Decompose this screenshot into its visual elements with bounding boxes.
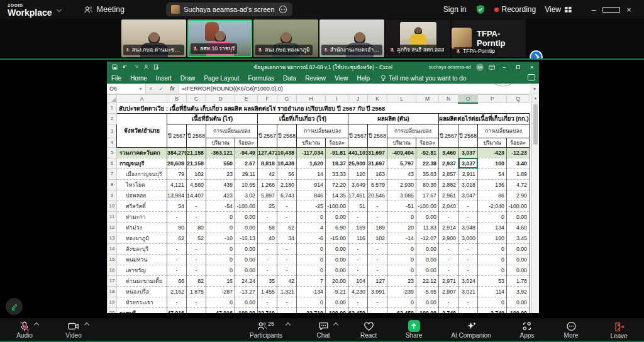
cell-L16[interactable]: 0 (387, 265, 416, 275)
row-header-18[interactable]: 18 (108, 286, 117, 297)
cell-H12[interactable]: 4 (297, 222, 326, 233)
cell-P16[interactable]: 0 (478, 265, 507, 275)
group-header-1[interactable]: เนื้อที่ยืนต้น (ไร่) (167, 113, 258, 124)
more-button[interactable]: More (558, 317, 584, 341)
col-header-M[interactable]: M (416, 95, 439, 103)
cell-B10[interactable]: 54 (167, 201, 187, 211)
cell-B18[interactable]: 2,162 (167, 286, 187, 297)
cell-I19[interactable]: 0.00 (326, 297, 348, 307)
cell-G17[interactable]: 42 (277, 275, 297, 286)
cell-P15[interactable]: 0 (478, 254, 507, 265)
cell-L10[interactable]: -51 (387, 201, 416, 211)
cell-E6[interactable]: 2.67 (235, 158, 258, 168)
header-year-2567[interactable]: ปี 2567 (167, 124, 187, 147)
cell-P18[interactable]: 114 (478, 286, 507, 297)
cell-C14[interactable]: - (187, 243, 206, 254)
row-header-4[interactable]: 4 (108, 138, 117, 147)
row-header-10[interactable]: 10 (108, 201, 117, 211)
cell-P11[interactable]: 0 (478, 211, 507, 222)
cell-C13[interactable]: 52 (187, 233, 206, 243)
cell-D20[interactable]: -47,016 (206, 307, 235, 313)
cell-D13[interactable]: -10 (206, 233, 235, 243)
row-header-20[interactable]: 20 (108, 307, 117, 313)
cell-N10[interactable]: 2,040 (439, 201, 458, 211)
expand-formula-bar-icon[interactable]: ▼ (530, 84, 539, 94)
cell-D9[interactable]: 423 (206, 190, 235, 201)
cell-J14[interactable]: - (348, 243, 368, 254)
header-year-2567[interactable]: ปี 2567 (258, 124, 277, 147)
cell-O13[interactable]: 3,000 (458, 233, 478, 243)
confirm-entry-icon[interactable]: ✓ (159, 86, 164, 92)
col-header-N[interactable]: N (439, 95, 458, 103)
cell-I15[interactable]: 0.00 (326, 254, 348, 265)
excel-account-name[interactable]: suchaya aeamsa-ad (428, 64, 471, 70)
cell-F12[interactable]: 58 (258, 222, 277, 233)
cell-I5[interactable]: -91.81 (326, 147, 348, 158)
cell-I10[interactable]: -100.00 (326, 201, 348, 211)
security-shield-icon[interactable] (475, 4, 486, 14)
cell-D15[interactable]: 0 (206, 254, 235, 265)
cell-Q20[interactable]: -100.00 (507, 307, 530, 313)
cell-L19[interactable]: 0 (387, 297, 416, 307)
print-preview-icon[interactable] (153, 64, 159, 70)
cell-P20[interactable]: -2,749 (478, 307, 507, 313)
cell-J10[interactable]: 51 (348, 201, 368, 211)
cell-L12[interactable]: 20 (387, 222, 416, 233)
cell-H6[interactable]: 1,620 (297, 158, 326, 168)
cell-H7[interactable]: 14 (297, 168, 326, 179)
cell-P19[interactable]: 0 (478, 297, 507, 307)
cell-Q18[interactable]: 3.92 (507, 286, 530, 297)
cell-C15[interactable]: - (187, 254, 206, 265)
excel-close-button[interactable]: × (528, 64, 536, 70)
ribbon-tab-review[interactable]: Review (301, 75, 330, 82)
cell-A7[interactable]: เมืองกาญจนบุรี (117, 168, 167, 179)
cell-I20[interactable]: -100.00 (326, 307, 348, 313)
cell-O6[interactable]: 3,037 (458, 158, 478, 168)
cell-I12[interactable]: 6.90 (326, 222, 348, 233)
cell-B14[interactable]: - (167, 243, 187, 254)
cell-J16[interactable]: - (348, 265, 368, 275)
cell-E14[interactable]: 0.00 (235, 243, 258, 254)
cell-M16[interactable]: 0.00 (416, 265, 439, 275)
cell-A15[interactable]: พนมทวน (117, 254, 167, 265)
cell-Q7[interactable]: 1.89 (507, 168, 530, 179)
account-avatar[interactable]: SA (476, 63, 484, 71)
cell-E17[interactable]: 24.24 (235, 275, 258, 286)
row-header-14[interactable]: 14 (108, 243, 117, 254)
header-percent[interactable]: ร้อยละ (507, 138, 530, 147)
cell-D6[interactable]: 550 (206, 158, 235, 168)
cell-E9[interactable]: 3.02 (235, 190, 258, 201)
ribbon-tab-data[interactable]: Data (279, 75, 301, 82)
cell-N8[interactable]: 2,882 (439, 179, 458, 190)
chat-options-chevron-icon[interactable] (334, 322, 338, 326)
cell-J7[interactable]: 120 (348, 168, 368, 179)
cell-O20[interactable]: - (458, 307, 478, 313)
col-header-G[interactable]: G (277, 95, 297, 103)
undo-icon[interactable] (122, 64, 128, 70)
header-change[interactable]: การเปลี่ยนแปลง (478, 124, 530, 138)
cell-C11[interactable]: - (187, 211, 206, 222)
cell-Q11[interactable]: 0.00 (507, 211, 530, 222)
cell-E12[interactable]: 0.00 (235, 222, 258, 233)
cell-M19[interactable]: 0.00 (416, 297, 439, 307)
row-header-2[interactable]: 2 (108, 113, 117, 124)
cell-G12[interactable]: 62 (277, 222, 297, 233)
react-button[interactable]: React (356, 317, 381, 341)
cell-F13[interactable]: 40 (258, 233, 277, 243)
cell-L18[interactable]: -239 (387, 286, 416, 297)
cell-D11[interactable]: 0 (206, 211, 235, 222)
cell-O16[interactable]: - (458, 265, 478, 275)
cell-H20[interactable]: -22,719 (297, 307, 326, 313)
header-percent[interactable]: ร้อยละ (326, 138, 348, 147)
header-percent[interactable]: ร้อยละ (416, 138, 439, 147)
cell-H18[interactable]: -134 (297, 286, 326, 297)
cell-E19[interactable]: 0.00 (235, 297, 258, 307)
cell-O14[interactable]: - (458, 243, 478, 254)
cell-B5[interactable]: 384,279 (167, 147, 187, 158)
cell-I13[interactable]: -15.00 (326, 233, 348, 243)
cell-F15[interactable]: - (258, 254, 277, 265)
cell-J12[interactable]: 169 (348, 222, 368, 233)
col-header-L[interactable]: L (387, 95, 416, 103)
cancel-entry-icon[interactable]: × (149, 86, 152, 92)
cell-A6[interactable]: กาญจนบุรี (117, 158, 167, 168)
